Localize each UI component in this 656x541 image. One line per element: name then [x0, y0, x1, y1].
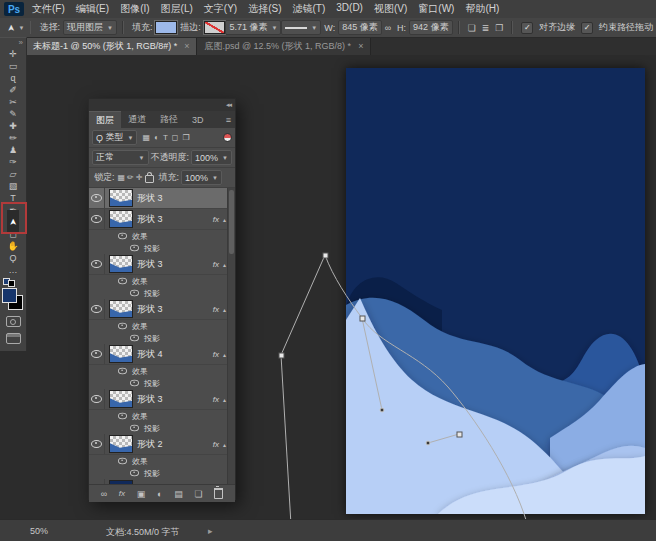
effect-visibility-icon[interactable] — [130, 335, 139, 341]
layer-effect-row[interactable]: 效果 — [89, 275, 235, 287]
lock-position-icon[interactable]: ✛ — [136, 173, 143, 182]
visibility-toggle[interactable] — [89, 209, 105, 229]
tab-3d[interactable]: 3D — [185, 111, 211, 128]
fx-badge[interactable]: fx — [213, 215, 219, 224]
opacity-field[interactable]: 100%▼ — [191, 150, 232, 165]
menu-文件(F)[interactable]: 文件(F) — [32, 2, 65, 16]
filter-type-icon[interactable]: T — [163, 133, 168, 142]
tab-channels[interactable]: 通道 — [121, 111, 153, 128]
visibility-toggle[interactable] — [89, 299, 105, 319]
effect-visibility-icon[interactable] — [118, 323, 127, 329]
fx-badge[interactable]: fx — [213, 350, 219, 359]
blend-mode-dropdown[interactable]: 正常▼ — [92, 150, 149, 165]
effect-visibility-icon[interactable] — [130, 425, 139, 431]
menu-图层(L)[interactable]: 图层(L) — [161, 2, 193, 16]
quick-selection-tool[interactable]: ✐ — [1, 84, 25, 96]
document-tab-active[interactable]: 未标题-1 @ 50% (形状 1, RGB/8#) * × — [26, 37, 197, 55]
effect-visibility-icon[interactable] — [130, 470, 139, 476]
layer-effect-row[interactable]: 投影 — [89, 467, 235, 479]
fx-collapse-icon[interactable]: ▴ — [223, 441, 226, 448]
lock-all-icon[interactable] — [145, 175, 154, 183]
current-tool-icon[interactable]: ➤ — [6, 24, 16, 32]
scrollbar-thumb[interactable] — [229, 190, 234, 254]
layer-row[interactable]: 形状 4fx▴ — [89, 344, 235, 365]
new-group-icon[interactable]: ▤ — [174, 489, 183, 499]
tab-layers[interactable]: 图层 — [89, 111, 121, 128]
layer-effect-row[interactable]: 效果 — [89, 365, 235, 377]
toolbar-expand-icon[interactable]: » — [19, 38, 23, 48]
panel-scrollbar[interactable] — [227, 188, 235, 484]
effect-visibility-icon[interactable] — [118, 368, 127, 374]
menu-选择(S)[interactable]: 选择(S) — [248, 2, 281, 16]
zoom-level-field[interactable]: 50% — [30, 526, 48, 536]
delete-layer-icon[interactable] — [214, 488, 223, 499]
gradient-tool[interactable]: ▧ — [1, 180, 25, 192]
visibility-toggle[interactable] — [89, 479, 105, 484]
foreground-color-swatch[interactable] — [2, 288, 17, 303]
height-field[interactable]: 942 像素 — [409, 20, 453, 35]
select-mode-dropdown[interactable]: 现用图层▼ — [63, 20, 117, 35]
fx-badge[interactable]: fx — [213, 440, 219, 449]
fx-collapse-icon[interactable]: ▴ — [223, 396, 226, 403]
fx-collapse-icon[interactable]: ▴ — [223, 306, 226, 313]
filter-kind-dropdown[interactable]: Ϙ 类型▼ — [92, 130, 137, 145]
layer-thumbnail[interactable] — [109, 210, 133, 228]
layer-thumbnail[interactable] — [109, 390, 133, 408]
layer-thumbnail[interactable] — [109, 435, 133, 453]
fx-collapse-icon[interactable]: ▴ — [223, 216, 226, 223]
history-brush-tool[interactable]: ✑ — [1, 156, 25, 168]
link-dimensions-icon[interactable]: ∞ — [385, 23, 391, 33]
layer-row[interactable]: 形状 3fx▴ — [89, 209, 235, 230]
default-swatches-icon[interactable] — [3, 278, 15, 287]
menu-编辑(E)[interactable]: 编辑(E) — [76, 2, 109, 16]
effect-visibility-icon[interactable] — [130, 290, 139, 296]
move-tool[interactable]: ✛ — [1, 48, 25, 60]
lock-pixels-icon[interactable]: ✏ — [127, 173, 134, 182]
effect-visibility-icon[interactable] — [118, 278, 127, 284]
edit-toolbar[interactable]: … — [1, 264, 25, 276]
canvas-artwork[interactable] — [346, 68, 645, 514]
fx-collapse-icon[interactable]: ▴ — [223, 261, 226, 268]
menu-滤镜(T)[interactable]: 滤镜(T) — [293, 2, 326, 16]
type-tool[interactable]: T — [1, 192, 25, 204]
layer-row[interactable]: 形状 3fx▴ — [89, 389, 235, 410]
effect-visibility-icon[interactable] — [130, 245, 139, 251]
layer-effect-row[interactable]: 投影 — [89, 242, 235, 254]
brush-tool[interactable]: ✏ — [1, 132, 25, 144]
visibility-toggle[interactable] — [89, 188, 105, 208]
effect-visibility-icon[interactable] — [118, 458, 127, 464]
fill-opacity-field[interactable]: 100%▼ — [181, 170, 222, 185]
layer-thumbnail[interactable] — [109, 345, 133, 363]
eraser-tool[interactable]: ▱ — [1, 168, 25, 180]
healing-brush-tool[interactable]: ✚ — [1, 120, 25, 132]
visibility-toggle[interactable] — [89, 344, 105, 364]
filter-toggle-icon[interactable] — [223, 133, 232, 142]
fx-collapse-icon[interactable]: ▴ — [223, 351, 226, 358]
marquee-tool[interactable]: ▭ — [1, 60, 25, 72]
close-tab-icon[interactable]: × — [358, 41, 363, 51]
stroke-style-dropdown[interactable]: ▼ — [281, 20, 321, 35]
screen-mode-icon[interactable] — [6, 333, 21, 344]
eyedropper-tool[interactable]: ✎ — [1, 108, 25, 120]
menu-视图(V)[interactable]: 视图(V) — [374, 2, 407, 16]
menu-帮助(H)[interactable]: 帮助(H) — [465, 2, 499, 16]
visibility-toggle[interactable] — [89, 434, 105, 454]
path-alignment-icon[interactable]: ≣ — [482, 23, 490, 33]
filter-smart-object-icon[interactable]: ❒ — [182, 133, 189, 142]
layer-style-icon[interactable]: fx — [119, 489, 125, 498]
status-menu-icon[interactable]: ▸ — [208, 526, 213, 536]
menu-3D(D)[interactable]: 3D(D) — [336, 2, 363, 16]
lasso-tool[interactable]: ɋ — [1, 72, 25, 84]
adjustment-layer-icon[interactable]: ◐ — [157, 489, 162, 499]
fx-badge[interactable]: fx — [213, 260, 219, 269]
hand-tool[interactable]: ✋ — [1, 240, 25, 252]
stroke-color-swatch[interactable] — [204, 21, 226, 34]
constrain-path-checkbox[interactable]: ✓ — [581, 22, 593, 34]
menu-图像(I)[interactable]: 图像(I) — [120, 2, 149, 16]
menu-窗口(W)[interactable]: 窗口(W) — [418, 2, 454, 16]
zoom-tool[interactable]: Ϙ — [1, 252, 25, 264]
effect-visibility-icon[interactable] — [130, 380, 139, 386]
layer-thumbnail[interactable] — [109, 300, 133, 318]
new-layer-icon[interactable]: ❏ — [194, 489, 202, 499]
layer-row[interactable]: 形状 3fx▴ — [89, 254, 235, 275]
